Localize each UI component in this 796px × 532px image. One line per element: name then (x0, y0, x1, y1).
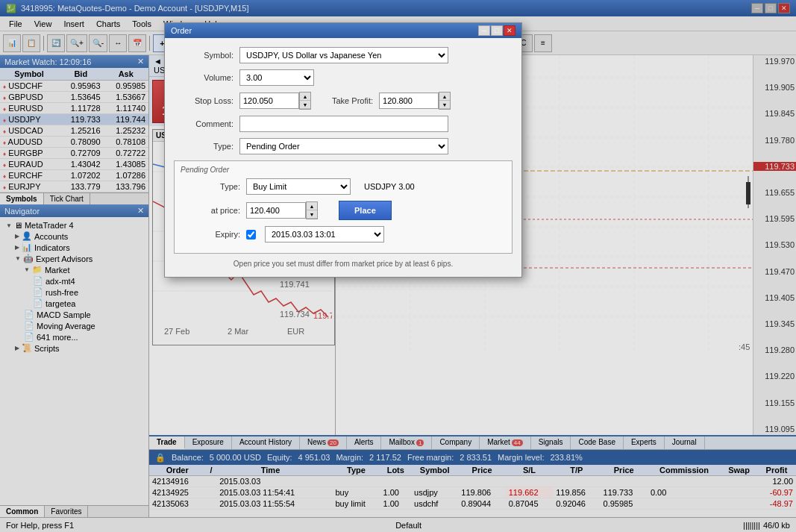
comment-label: Comment: (174, 119, 234, 128)
takeprofit-spinners: ▲ ▼ (439, 92, 451, 110)
type-label: Type: (174, 142, 234, 151)
dialog-maximize[interactable]: □ (491, 25, 503, 36)
expiry-select[interactable]: 2015.03.03 13:01 (265, 226, 384, 242)
dialog-title: Order (171, 26, 192, 35)
at-price-down[interactable]: ▼ (307, 210, 317, 219)
stoploss-field[interactable] (239, 93, 299, 109)
warning-text: Open price you set must differ from mark… (174, 260, 513, 268)
pending-pair-label: USDJPY 3.00 (364, 182, 415, 191)
stoploss-input: ▲ ▼ (239, 92, 311, 110)
symbol-label: Symbol: (174, 51, 234, 60)
pending-type-select[interactable]: Buy Limit Sell Limit Buy Stop Sell Stop (246, 178, 351, 195)
dialog-body: Symbol: USDJPY, US Dollar vs Japanese Ye… (165, 38, 521, 277)
takeprofit-up[interactable]: ▲ (439, 93, 450, 101)
takeprofit-down[interactable]: ▼ (439, 101, 450, 109)
dialog-controls: ─ □ ✕ (478, 25, 515, 36)
place-button[interactable]: Place (339, 201, 392, 220)
dialog-title-bar: Order ─ □ ✕ (165, 23, 521, 38)
at-price-input: ▲ ▼ (246, 201, 318, 219)
pending-type-label: Type: (181, 182, 240, 191)
type-row: Type: Pending Order Market Execution (174, 138, 513, 154)
dialog-close[interactable]: ✕ (504, 25, 515, 36)
type-select[interactable]: Pending Order Market Execution (239, 138, 448, 154)
at-price-label: at price: (181, 206, 240, 215)
volume-dropdown[interactable]: 3.00 1.00 0.10 (239, 69, 314, 86)
takeprofit-input: ▲ ▼ (379, 92, 451, 110)
pending-section-title: Pending Order (181, 166, 506, 174)
comment-field[interactable] (239, 116, 448, 132)
stoploss-row: Stop Loss: ▲ ▼ Take Profit: ▲ ▼ (174, 92, 513, 110)
at-price-field[interactable] (246, 202, 306, 219)
stoploss-up[interactable]: ▲ (300, 93, 310, 101)
stoploss-label: Stop Loss: (174, 96, 234, 105)
stoploss-spinners: ▲ ▼ (299, 92, 311, 110)
symbol-row: Symbol: USDJPY, US Dollar vs Japanese Ye… (174, 47, 513, 63)
pending-type-row: Type: Buy Limit Sell Limit Buy Stop Sell… (181, 178, 506, 195)
dialog-minimize[interactable]: ─ (478, 25, 490, 36)
expiry-label: Expiry: (181, 230, 240, 239)
volume-row: Volume: 3.00 1.00 0.10 (174, 69, 513, 86)
at-price-up[interactable]: ▲ (307, 202, 317, 210)
order-dialog: Order ─ □ ✕ Symbol: USDJPY, US Dollar vs… (164, 22, 522, 278)
takeprofit-field[interactable] (379, 93, 439, 109)
at-price-row: at price: ▲ ▼ Place (181, 201, 506, 220)
expiry-row: Expiry: 2015.03.03 13:01 (181, 226, 506, 242)
modal-overlay: Order ─ □ ✕ Symbol: USDJPY, US Dollar vs… (0, 0, 796, 532)
volume-label: Volume: (174, 73, 234, 82)
expiry-checkbox[interactable] (246, 230, 256, 240)
symbol-select[interactable]: USDJPY, US Dollar vs Japanese Yen (239, 47, 448, 63)
comment-row: Comment: (174, 116, 513, 132)
takeprofit-label: Take Profit: (332, 96, 373, 105)
at-price-spinners: ▲ ▼ (306, 201, 318, 219)
stoploss-down[interactable]: ▼ (300, 101, 310, 109)
pending-order-section: Pending Order Type: Buy Limit Sell Limit… (174, 160, 513, 254)
